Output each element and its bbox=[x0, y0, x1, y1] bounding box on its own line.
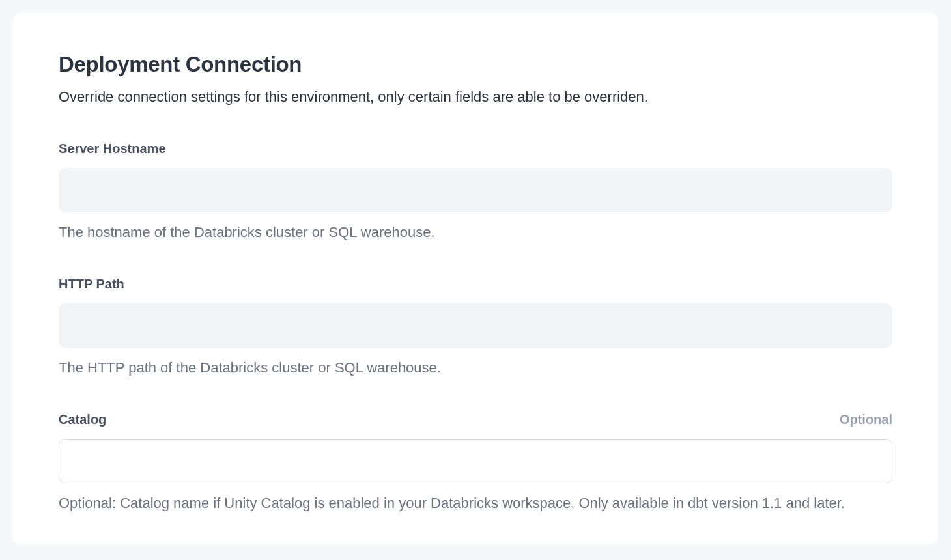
http-path-field: HTTP Path The HTTP path of the Databrick… bbox=[59, 277, 892, 376]
deployment-connection-card: Deployment Connection Override connectio… bbox=[13, 13, 938, 544]
http-path-label: HTTP Path bbox=[59, 277, 124, 292]
page-subtitle: Override connection settings for this en… bbox=[59, 89, 892, 105]
server-hostname-label: Server Hostname bbox=[59, 141, 166, 156]
catalog-field: Catalog Optional Optional: Catalog name … bbox=[59, 412, 892, 512]
server-hostname-input[interactable] bbox=[59, 168, 892, 212]
http-path-input[interactable] bbox=[59, 303, 892, 348]
catalog-label: Catalog bbox=[59, 412, 106, 427]
catalog-optional-tag: Optional bbox=[840, 412, 892, 427]
server-hostname-field: Server Hostname The hostname of the Data… bbox=[59, 141, 892, 241]
http-path-help: The HTTP path of the Databricks cluster … bbox=[59, 359, 892, 376]
catalog-help: Optional: Catalog name if Unity Catalog … bbox=[59, 495, 892, 512]
catalog-input[interactable] bbox=[59, 439, 892, 483]
page-title: Deployment Connection bbox=[59, 52, 892, 77]
server-hostname-help: The hostname of the Databricks cluster o… bbox=[59, 224, 892, 241]
